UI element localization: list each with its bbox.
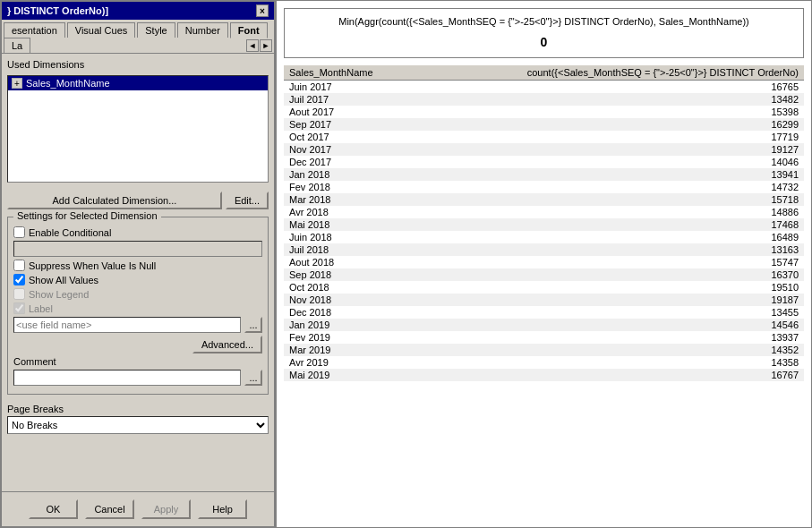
page-breaks-select-row: No Breaks Break Before Break After	[7, 416, 269, 434]
col-header-month: Sales_MonthName	[284, 65, 415, 81]
table-row: Nov 201819187	[284, 294, 804, 306]
table-row: Fev 201814732	[284, 181, 804, 193]
table-row: Dec 201714046	[284, 156, 804, 168]
suppress-null-row: Suppress When Value Is Null	[13, 260, 262, 271]
cell-count: 13455	[415, 306, 804, 319]
tab-style[interactable]: Style	[137, 22, 175, 38]
formula-value: 0	[294, 33, 794, 52]
dimension-item[interactable]: + Sales_MonthName	[8, 76, 268, 90]
comment-ellipsis-button[interactable]: ...	[244, 370, 262, 386]
show-legend-row: Show Legend	[13, 288, 262, 300]
cell-month: Mai 2019	[284, 369, 415, 381]
expand-icon: +	[12, 78, 22, 89]
col-header-count: count({<Sales_MonthSEQ = {">-25<0"}>} DI…	[415, 65, 804, 81]
table-row: Nov 201719127	[284, 143, 804, 156]
show-all-values-checkbox[interactable]	[13, 274, 25, 285]
tab-number[interactable]: Number	[177, 22, 228, 38]
dimension-buttons-row: Add Calculated Dimension... Edit...	[7, 192, 269, 209]
comment-input-row: ...	[13, 370, 262, 386]
cell-count: 15747	[415, 256, 804, 268]
conditional-input[interactable]	[13, 241, 262, 257]
cell-month: Jan 2018	[284, 168, 415, 181]
field-name-input[interactable]	[13, 317, 241, 333]
table-row: Aout 201715398	[284, 106, 804, 118]
left-panel: } DISTINCT OrderNo)] × esentation Visual…	[0, 0, 276, 528]
tab-font[interactable]: Font	[230, 22, 268, 38]
add-calculated-button[interactable]: Add Calculated Dimension...	[7, 192, 222, 209]
table-row: Sep 201716299	[284, 118, 804, 131]
table-row: Mar 201815718	[284, 193, 804, 206]
table-row: Jan 201914546	[284, 319, 804, 331]
table-row: Mai 201817468	[284, 218, 804, 231]
cell-month: Fev 2019	[284, 331, 415, 344]
page-breaks-section: Page Breaks No Breaks Break Before Break…	[7, 404, 269, 434]
cell-count: 17719	[415, 131, 804, 143]
table-row: Aout 201815747	[284, 256, 804, 268]
cell-month: Oct 2017	[284, 131, 415, 143]
used-dimensions-box: + Sales_MonthName	[7, 75, 269, 183]
cell-month: Jan 2019	[284, 319, 415, 331]
tab-presentation[interactable]: esentation	[4, 22, 65, 38]
advanced-row: Advanced...	[13, 336, 262, 353]
table-row: Dec 201813455	[284, 306, 804, 319]
show-all-values-row: Show All Values	[13, 274, 262, 285]
title-text: } DISTINCT OrderNo)]	[7, 5, 108, 16]
cell-count: 16765	[415, 80, 804, 93]
table-row: Mar 201914352	[284, 344, 804, 356]
cell-month: Juin 2017	[284, 80, 415, 93]
show-legend-checkbox[interactable]	[13, 288, 25, 300]
enable-conditional-checkbox[interactable]	[13, 226, 25, 238]
cell-count: 15718	[415, 193, 804, 206]
apply-button[interactable]: Apply	[141, 499, 191, 519]
tab-la[interactable]: La	[4, 38, 30, 53]
cell-month: Mar 2018	[284, 193, 415, 206]
field-name-ellipsis-button[interactable]: ...	[244, 317, 262, 333]
help-button[interactable]: Help	[198, 499, 247, 519]
label-label: Label	[29, 303, 53, 314]
close-button[interactable]: ×	[256, 4, 269, 17]
table-row: Jan 201813941	[284, 168, 804, 181]
formula-text: Min(Aggr(count({<Sales_MonthSEQ = {">-25…	[338, 16, 749, 27]
cell-month: Dec 2017	[284, 156, 415, 168]
cell-count: 16299	[415, 118, 804, 131]
cell-count: 13163	[415, 243, 804, 256]
title-bar: } DISTINCT OrderNo)] ×	[2, 2, 274, 20]
cell-count: 19187	[415, 294, 804, 306]
cancel-button[interactable]: Cancel	[85, 499, 134, 519]
cell-month: Fev 2018	[284, 181, 415, 193]
used-dimensions-label: Used Dimensions	[7, 59, 269, 70]
tab-scroll-right[interactable]: ►	[260, 39, 272, 52]
cell-count: 15398	[415, 106, 804, 118]
table-row: Mai 201916767	[284, 369, 804, 381]
data-table: Sales_MonthName count({<Sales_MonthSEQ =…	[284, 65, 804, 521]
ok-button[interactable]: OK	[29, 499, 78, 519]
cell-month: Juin 2018	[284, 231, 415, 243]
table-body: Juin 201716765Juil 201713482Aout 2017153…	[284, 80, 804, 381]
cell-month: Avr 2018	[284, 206, 415, 218]
suppress-null-label: Suppress When Value Is Null	[29, 260, 156, 271]
cell-count: 14352	[415, 344, 804, 356]
cell-count: 17468	[415, 218, 804, 231]
cell-month: Nov 2018	[284, 294, 415, 306]
tab-visual-cues[interactable]: Visual Cues	[67, 22, 136, 38]
cell-month: Dec 2018	[284, 306, 415, 319]
right-panel: Min(Aggr(count({<Sales_MonthSEQ = {">-25…	[276, 0, 812, 528]
edit-button[interactable]: Edit...	[226, 192, 269, 209]
label-checkbox[interactable]	[13, 302, 25, 314]
formula-box: Min(Aggr(count({<Sales_MonthSEQ = {">-25…	[284, 8, 804, 58]
page-breaks-select[interactable]: No Breaks Break Before Break After	[7, 416, 269, 434]
advanced-button[interactable]: Advanced...	[192, 336, 262, 353]
panel-content: Used Dimensions + Sales_MonthName Add Ca…	[2, 54, 274, 491]
comment-label: Comment	[13, 356, 56, 367]
results-table: Sales_MonthName count({<Sales_MonthSEQ =…	[284, 65, 804, 381]
suppress-null-checkbox[interactable]	[13, 260, 25, 271]
tabs-row: esentation Visual Cues Style Number Font…	[2, 20, 274, 54]
cell-count: 19510	[415, 281, 804, 294]
table-row: Sep 201816370	[284, 268, 804, 281]
tab-scroll-left[interactable]: ◄	[246, 39, 259, 52]
cell-month: Aout 2018	[284, 256, 415, 268]
table-header-row: Sales_MonthName count({<Sales_MonthSEQ =…	[284, 65, 804, 81]
comment-input[interactable]	[13, 370, 241, 386]
cell-count: 14886	[415, 206, 804, 218]
cell-count: 14358	[415, 356, 804, 369]
